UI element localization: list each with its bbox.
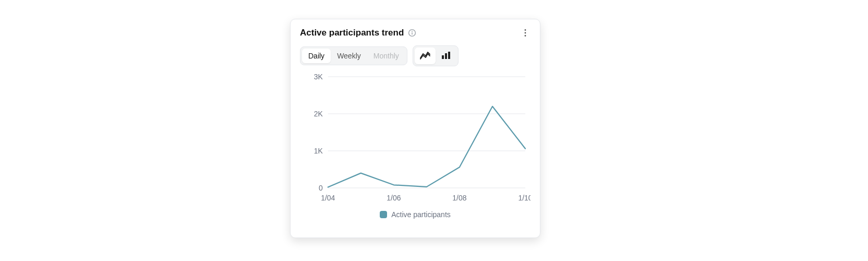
line-chart-toggle[interactable] [415,48,436,64]
tab-daily[interactable]: Daily [302,49,331,63]
x-tick-label: 1/08 [452,194,466,202]
info-icon[interactable] [408,29,416,37]
card-title: Active participants trend [300,28,404,38]
tab-monthly: Monthly [367,49,405,63]
chart-type-segmented-control [413,45,459,66]
y-tick-label: 3K [314,73,323,81]
legend-swatch [380,211,387,218]
y-tick-label: 2K [314,110,323,118]
chart-area: 01K2K3K1/041/061/081/10 [300,72,531,207]
x-tick-label: 1/04 [321,194,335,202]
x-tick-label: 1/10 [518,194,531,202]
svg-rect-7 [445,53,447,59]
svg-rect-6 [442,55,444,59]
svg-point-1 [412,31,413,32]
y-tick-label: 0 [319,184,323,192]
y-tick-label: 1K [314,147,323,155]
interval-segmented-control: Daily Weekly Monthly [300,46,407,65]
svg-point-3 [525,29,526,31]
bar-chart-toggle[interactable] [436,48,456,64]
svg-rect-8 [448,52,450,59]
svg-point-4 [525,32,526,34]
line-chart-icon [420,51,430,62]
legend-label: Active participants [391,210,451,219]
controls-row: Daily Weekly Monthly [300,45,531,66]
bar-chart-icon [441,51,451,62]
tab-weekly[interactable]: Weekly [331,49,367,63]
svg-rect-2 [412,32,413,35]
card-header: Active participants trend [300,28,531,38]
participants-trend-card: Active participants trend [290,19,540,238]
svg-point-5 [525,35,526,37]
line-chart: 01K2K3K1/041/061/081/10 [300,72,531,207]
more-options-button[interactable] [520,28,531,38]
chart-legend: Active participants [300,210,531,219]
x-tick-label: 1/06 [387,194,401,202]
